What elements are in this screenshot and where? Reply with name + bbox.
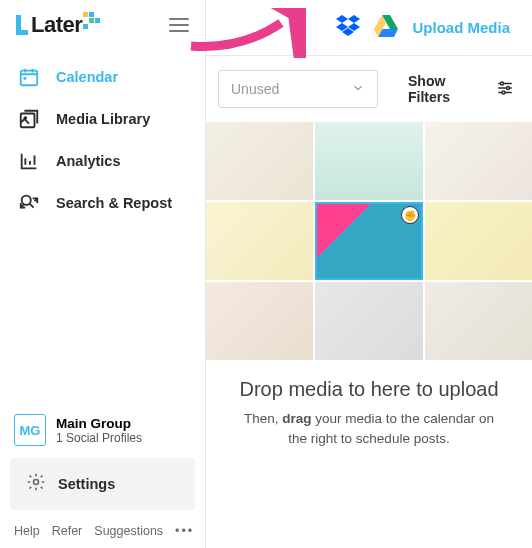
menu-toggle[interactable] <box>169 18 189 32</box>
dropzone-subtitle: Then, drag your media to the calendar on… <box>206 409 532 450</box>
media-cell[interactable] <box>425 202 532 280</box>
svg-rect-2 <box>21 71 38 86</box>
nav-item-analytics[interactable]: Analytics <box>10 140 195 182</box>
gear-icon <box>26 472 46 496</box>
settings-button[interactable]: Settings <box>10 458 195 510</box>
footer-links: Help Refer Suggestions ••• <box>0 518 205 548</box>
show-filters-button[interactable]: Show Filters <box>408 73 514 105</box>
group-name: Main Group <box>56 416 142 431</box>
svg-point-8 <box>501 82 504 85</box>
settings-label: Settings <box>58 476 115 492</box>
media-library-icon <box>18 108 40 130</box>
main: Upload Media Unused Show Filters ✊ Drop … <box>206 0 532 548</box>
logo[interactable]: Later <box>16 12 100 38</box>
media-cell[interactable] <box>425 122 532 200</box>
analytics-icon <box>18 150 40 172</box>
group-badge: MG <box>14 414 46 446</box>
calendar-icon <box>18 66 40 88</box>
nav-item-calendar[interactable]: Calendar <box>10 56 195 98</box>
media-cell[interactable] <box>315 122 422 200</box>
media-cell[interactable] <box>206 202 313 280</box>
nav-item-search-repost[interactable]: Search & Repost <box>10 182 195 224</box>
dropbox-icon[interactable] <box>336 15 360 41</box>
media-cell[interactable] <box>206 122 313 200</box>
footer-help[interactable]: Help <box>14 524 40 538</box>
nav-label: Media Library <box>56 111 150 127</box>
svg-point-7 <box>34 480 39 485</box>
sidebar-header: Later <box>0 0 205 48</box>
media-cell[interactable] <box>315 282 422 360</box>
nav: Calendar Media Library Analytics Search … <box>0 48 205 224</box>
filter-dropdown[interactable]: Unused <box>218 70 378 108</box>
group-meta: Main Group 1 Social Profiles <box>56 416 142 445</box>
chevron-down-icon <box>351 81 365 98</box>
svg-point-9 <box>507 86 510 89</box>
media-cell-selected[interactable]: ✊ <box>315 202 422 280</box>
svg-point-5 <box>24 117 26 119</box>
group-selector[interactable]: MG Main Group 1 Social Profiles <box>0 402 205 458</box>
dropdown-value: Unused <box>231 81 279 97</box>
upload-media-link[interactable]: Upload Media <box>412 19 510 36</box>
grab-cursor-icon: ✊ <box>401 206 419 224</box>
nav-label: Analytics <box>56 153 120 169</box>
logo-pixels <box>83 12 100 29</box>
logo-text: Later <box>31 12 82 38</box>
dropzone-title: Drop media to here to upload <box>206 360 532 409</box>
nav-label: Calendar <box>56 69 118 85</box>
svg-rect-1 <box>16 30 28 35</box>
media-cell[interactable] <box>206 282 313 360</box>
footer-refer[interactable]: Refer <box>52 524 83 538</box>
footer-suggestions[interactable]: Suggestions <box>94 524 163 538</box>
search-repost-icon <box>18 192 40 214</box>
svg-point-6 <box>22 196 31 205</box>
sidebar: Later Calendar Media Library A <box>0 0 206 548</box>
svg-rect-3 <box>24 77 27 80</box>
topbar: Upload Media <box>206 0 532 56</box>
nav-label: Search & Repost <box>56 195 172 211</box>
google-drive-icon[interactable] <box>374 15 398 41</box>
filters-icon <box>496 79 514 100</box>
footer-more[interactable]: ••• <box>175 524 194 538</box>
media-cell[interactable] <box>425 282 532 360</box>
controls-row: Unused Show Filters <box>206 56 532 122</box>
svg-point-10 <box>502 91 505 94</box>
sidebar-bottom: MG Main Group 1 Social Profiles Settings… <box>0 402 205 548</box>
show-filters-label: Show Filters <box>408 73 488 105</box>
group-sub: 1 Social Profiles <box>56 431 142 445</box>
logo-mark <box>16 15 28 35</box>
media-grid[interactable]: ✊ <box>206 122 532 360</box>
nav-item-media-library[interactable]: Media Library <box>10 98 195 140</box>
